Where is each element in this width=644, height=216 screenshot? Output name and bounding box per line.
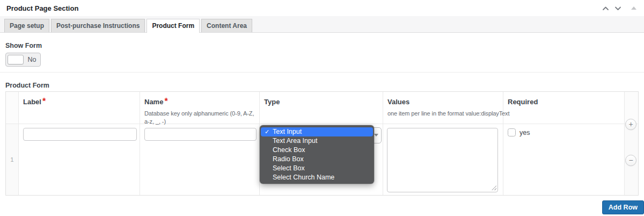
- name-cell: [140, 124, 260, 195]
- label-cell: [19, 124, 140, 195]
- section-divider: [0, 72, 644, 73]
- dropdown-option-select-box[interactable]: Select Box: [260, 164, 374, 173]
- column-label: Values: [387, 98, 409, 106]
- tab-bar: Page setup Post-purchase Instructions Pr…: [0, 16, 644, 33]
- column-label: Label: [23, 98, 41, 106]
- checkmark-icon: ✓: [265, 127, 269, 136]
- dropdown-option-label: Text Input: [273, 128, 302, 135]
- type-cell: ✓ Text Input Text Area Input Check Box R…: [260, 124, 383, 195]
- required-checkbox[interactable]: [508, 128, 516, 136]
- type-dropdown-menu: ✓ Text Input Text Area Input Check Box R…: [260, 125, 374, 184]
- remove-row-button[interactable]: −: [625, 155, 636, 166]
- dropdown-option-label: Check Box: [273, 146, 305, 154]
- column-label: Required: [508, 98, 538, 106]
- values-textarea[interactable]: [387, 128, 498, 192]
- required-asterisk: *: [164, 97, 167, 106]
- dropdown-option-text-input[interactable]: ✓ Text Input: [261, 127, 373, 136]
- dropdown-option-check-box[interactable]: Check Box: [260, 146, 374, 155]
- header-cell-label: Label*: [19, 92, 140, 124]
- select-arrow-icon: [374, 134, 378, 136]
- column-description: Database key only alphanumeric (0-9, A-Z…: [144, 110, 255, 126]
- column-label: Type: [264, 98, 280, 106]
- page-title: Product Page Section: [6, 4, 78, 12]
- table-footer: Add Row: [11, 200, 644, 214]
- row-actions-cell: + −: [625, 124, 638, 195]
- dropdown-option-radio-box[interactable]: Radio Box: [260, 155, 374, 164]
- metabox-header-controls: [602, 6, 636, 11]
- required-checkbox-label: yes: [519, 129, 530, 136]
- tab-post-purchase-instructions[interactable]: Post-purchase Instructions: [51, 19, 145, 32]
- values-cell: [383, 124, 503, 195]
- add-row-button[interactable]: Add Row: [602, 200, 644, 214]
- collapse-toggle-icon[interactable]: [631, 6, 636, 10]
- label-input[interactable]: [23, 128, 137, 141]
- tab-page-setup[interactable]: Page setup: [4, 19, 49, 32]
- header-cell-required: Required: [503, 92, 625, 124]
- tab-content-area[interactable]: Content Area: [201, 19, 252, 32]
- dropdown-option-label: Select Church Name: [273, 174, 334, 181]
- header-cell-type: Type: [260, 92, 383, 124]
- show-form-label: Show Form: [5, 42, 639, 50]
- show-form-toggle[interactable]: No: [5, 53, 41, 67]
- tab-product-form[interactable]: Product Form: [147, 19, 200, 33]
- dropdown-option-label: Text Area Input: [273, 137, 317, 145]
- name-input[interactable]: [144, 128, 257, 141]
- product-form-label: Product Form: [5, 82, 639, 90]
- row-number-cell: 1: [6, 124, 19, 195]
- product-form-table: Label* Name* Database key only alphanume…: [5, 91, 639, 196]
- metabox-header: Product Page Section: [0, 0, 644, 16]
- dropdown-option-label: Radio Box: [273, 155, 304, 163]
- add-row-above-button[interactable]: +: [625, 119, 636, 130]
- header-cell-name: Name* Database key only alphanumeric (0-…: [140, 92, 260, 124]
- move-up-icon[interactable]: [602, 6, 609, 11]
- header-cell-row-number: [6, 92, 19, 124]
- row-number: 1: [6, 124, 18, 195]
- dropdown-option-text-area-input[interactable]: Text Area Input: [260, 136, 374, 146]
- dropdown-option-select-church-name[interactable]: Select Church Name: [260, 173, 374, 182]
- move-down-icon[interactable]: [614, 6, 621, 11]
- required-cell: yes: [503, 124, 625, 195]
- header-cell-values: Values one item per line in the format v…: [383, 92, 503, 124]
- column-label: Name: [144, 98, 163, 106]
- tab-panel-product-form: Show Form No Product Form Label* Name* D…: [0, 42, 644, 214]
- column-description: one item per line in the format value:di…: [387, 110, 499, 118]
- toggle-knob[interactable]: [8, 55, 24, 64]
- dropdown-option-label: Select Box: [273, 164, 305, 172]
- required-asterisk: *: [42, 97, 46, 106]
- toggle-value: No: [24, 56, 40, 63]
